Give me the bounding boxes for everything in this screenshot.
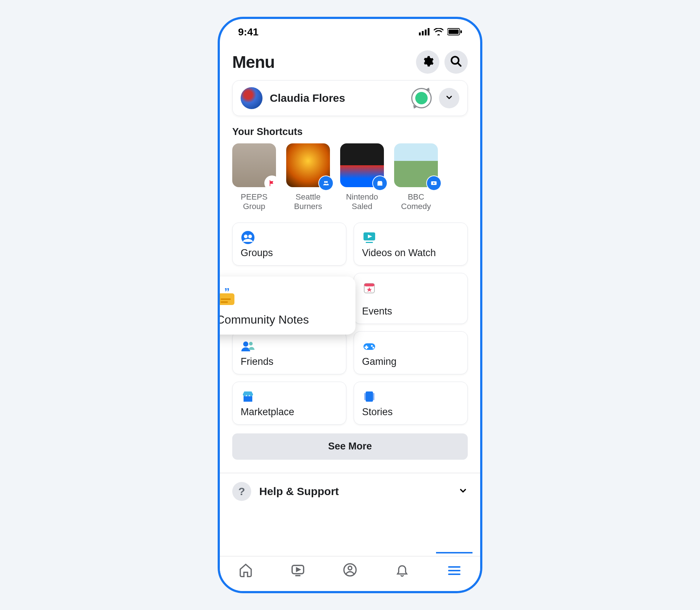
page-title: Menu bbox=[232, 52, 275, 72]
expand-profile-button[interactable] bbox=[439, 88, 459, 108]
search-button[interactable] bbox=[444, 50, 468, 74]
svg-point-26 bbox=[243, 341, 248, 347]
tile-gaming[interactable]: Gaming bbox=[354, 331, 468, 374]
profile-name: Claudia Flores bbox=[270, 92, 404, 104]
status-indicators bbox=[419, 26, 462, 38]
see-more-label: See More bbox=[328, 441, 372, 452]
svg-rect-34 bbox=[366, 391, 373, 402]
svg-rect-18 bbox=[366, 242, 373, 243]
watch-icon bbox=[362, 230, 377, 245]
svg-point-41 bbox=[348, 566, 352, 570]
shortcuts-row: PEEPS Group Seattle Burners bbox=[232, 143, 468, 212]
chevron-down-icon bbox=[445, 93, 454, 103]
chevron-down-icon bbox=[458, 486, 468, 497]
tile-marketplace[interactable]: Marketplace bbox=[232, 382, 346, 425]
tab-menu[interactable] bbox=[436, 560, 472, 582]
watch-tab-icon bbox=[290, 562, 306, 579]
shortcut-label: BBC Comedy bbox=[394, 192, 438, 212]
bottom-tabbar bbox=[220, 556, 480, 591]
hamburger-icon bbox=[448, 565, 460, 576]
svg-rect-5 bbox=[448, 30, 459, 34]
friends-icon bbox=[241, 339, 255, 354]
account-switch-icon[interactable] bbox=[411, 88, 432, 108]
shortcut-seattle-burners[interactable]: Seattle Burners bbox=[286, 143, 330, 212]
svg-rect-36 bbox=[373, 393, 374, 400]
cellular-icon bbox=[419, 26, 430, 38]
marketplace-icon bbox=[241, 389, 255, 404]
svg-rect-30 bbox=[365, 347, 368, 348]
shortcut-peeps-group[interactable]: PEEPS Group bbox=[232, 143, 276, 212]
shortcut-thumb bbox=[286, 143, 330, 187]
tile-label: Events bbox=[362, 306, 459, 317]
tile-events[interactable]: Events bbox=[354, 273, 468, 324]
status-time: 9:41 bbox=[238, 26, 258, 38]
see-more-button[interactable]: See More bbox=[232, 433, 468, 460]
page-content: Claudia Flores Your Shortcuts bbox=[220, 80, 480, 556]
help-icon: ? bbox=[232, 482, 251, 501]
svg-rect-35 bbox=[364, 393, 366, 400]
groups-icon bbox=[241, 230, 255, 245]
svg-rect-2 bbox=[425, 30, 427, 35]
tile-groups[interactable]: Groups bbox=[232, 223, 346, 266]
tab-notifications[interactable] bbox=[384, 560, 420, 582]
group-badge-icon bbox=[319, 176, 333, 190]
tab-watch[interactable] bbox=[280, 560, 316, 582]
profile-card[interactable]: Claudia Flores bbox=[232, 80, 468, 116]
shortcut-thumb bbox=[340, 143, 384, 187]
shortcut-label: Nintendo Saled bbox=[340, 192, 384, 212]
tile-videos-on-watch[interactable]: Videos on Watch bbox=[354, 223, 468, 266]
svg-point-14 bbox=[244, 235, 248, 238]
tile-friends[interactable]: Friends bbox=[232, 331, 346, 374]
shortcut-nintendo-saled[interactable]: Nintendo Saled bbox=[340, 143, 384, 212]
tile-label: Groups bbox=[241, 247, 338, 259]
stories-icon bbox=[362, 389, 377, 404]
svg-rect-24 bbox=[364, 283, 374, 286]
shortcut-bbc-comedy[interactable]: BBC Comedy bbox=[394, 143, 438, 212]
phone-frame: 9:41 Menu bbox=[218, 17, 482, 593]
tile-label: Videos on Watch bbox=[362, 247, 459, 259]
svg-text:”: ” bbox=[224, 286, 230, 298]
menu-grid: Groups Videos on Watch ” Community Notes bbox=[232, 223, 468, 425]
svg-rect-21 bbox=[221, 301, 228, 303]
svg-rect-1 bbox=[422, 31, 424, 35]
shortcut-thumb bbox=[394, 143, 438, 187]
tile-label: Friends bbox=[241, 356, 338, 367]
profile-avatar bbox=[241, 87, 262, 109]
shortcut-label: Seattle Burners bbox=[286, 192, 330, 212]
community-notes-icon: ” bbox=[218, 286, 238, 308]
shortcut-thumb bbox=[232, 143, 276, 187]
tile-label: Stories bbox=[362, 406, 459, 418]
profile-tab-icon bbox=[343, 563, 357, 579]
tab-profile[interactable] bbox=[332, 560, 368, 582]
home-icon bbox=[238, 563, 253, 579]
wifi-icon bbox=[433, 26, 444, 38]
settings-button[interactable] bbox=[416, 50, 439, 74]
svg-rect-20 bbox=[221, 298, 231, 300]
tile-label: Community Notes bbox=[218, 313, 347, 327]
svg-rect-6 bbox=[460, 30, 462, 33]
tile-label: Marketplace bbox=[241, 406, 338, 418]
help-label: Help & Support bbox=[259, 485, 450, 498]
tile-stories[interactable]: Stories bbox=[354, 382, 468, 425]
tile-label: Gaming bbox=[362, 356, 459, 367]
svg-rect-0 bbox=[419, 32, 421, 35]
help-support-row[interactable]: ? Help & Support bbox=[232, 473, 468, 510]
svg-line-8 bbox=[458, 63, 461, 66]
store-badge-icon bbox=[373, 176, 387, 190]
svg-marker-38 bbox=[297, 568, 300, 571]
svg-point-15 bbox=[248, 235, 252, 238]
flag-badge-icon bbox=[265, 176, 279, 190]
video-badge-icon bbox=[427, 176, 441, 190]
status-bar: 9:41 bbox=[220, 19, 480, 45]
shortcuts-title: Your Shortcuts bbox=[232, 126, 468, 138]
gear-icon bbox=[421, 55, 434, 69]
tile-community-notes[interactable]: ” Community Notes bbox=[218, 277, 355, 335]
shortcut-label: PEEPS Group bbox=[232, 192, 276, 212]
svg-point-27 bbox=[249, 342, 253, 345]
svg-point-32 bbox=[373, 347, 374, 348]
svg-rect-3 bbox=[428, 28, 429, 35]
bell-icon bbox=[395, 563, 409, 578]
tab-home[interactable] bbox=[228, 560, 264, 582]
search-icon bbox=[450, 55, 462, 69]
svg-point-10 bbox=[326, 181, 328, 183]
